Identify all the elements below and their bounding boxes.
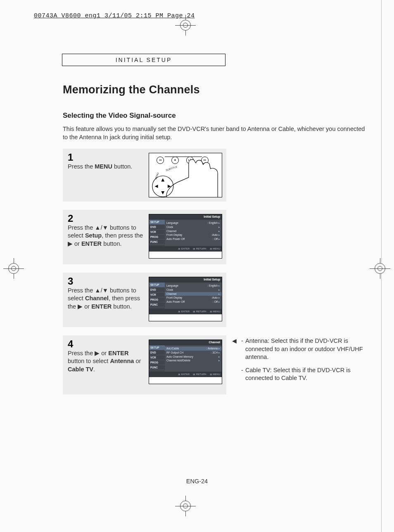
step-text-fragment: , then press the bbox=[102, 232, 143, 239]
osd-side-item: SETUP bbox=[149, 283, 165, 287]
chevron-right-icon: ▸ bbox=[218, 288, 220, 292]
step-1: 1 Press the MENU button. ◂◂ ■ ▸❙ ▸▸ SUBT… bbox=[63, 149, 226, 202]
remote-illustration: ◂◂ ■ ▸❙ ▸▸ SUBTITLE MENU bbox=[149, 153, 222, 197]
osd-label: Channel Add/Delete bbox=[166, 359, 190, 363]
osd-label: RF Output CH bbox=[166, 351, 183, 355]
osd-side-item: PROG bbox=[149, 297, 165, 302]
osd-label: Auto Power Off bbox=[166, 300, 185, 304]
step-text-fragment: . bbox=[93, 366, 95, 373]
osd-label: Clock bbox=[166, 288, 173, 292]
osd-label: Auto Channel Memory bbox=[166, 355, 193, 359]
osd-side-item: PROG bbox=[149, 235, 165, 240]
crop-mark-icon bbox=[175, 496, 196, 516]
osd-title: Initial Setup bbox=[149, 277, 222, 283]
osd-footer: ENTER RETURN MENU bbox=[149, 246, 222, 252]
step-text-fragment: Press the bbox=[68, 163, 95, 170]
osd-screenshot-setup: Initial Setup SETUP DVD VCR PROG FUNC La… bbox=[149, 214, 222, 259]
osd-title: Initial Setup bbox=[149, 214, 222, 220]
step-text-bold: Cable TV bbox=[68, 366, 93, 373]
step-text-fragment: button. bbox=[102, 240, 121, 247]
osd-label: Language bbox=[166, 284, 178, 288]
osd-label: Clock bbox=[166, 225, 173, 229]
osd-label: Front Display bbox=[166, 233, 182, 237]
step-text-fragment: or bbox=[83, 303, 91, 310]
osd-foot-item: ENTER bbox=[178, 373, 190, 377]
page-title: Memorizing the Channels bbox=[63, 83, 200, 96]
osd-body: Ant./Cable: Antenna ▸ RF Output CH: 3CH … bbox=[165, 345, 222, 372]
step-2: 2 Press the ▲/▼ buttons to select Setup,… bbox=[63, 210, 226, 264]
osd-foot-item: RETURN bbox=[193, 373, 206, 377]
step-1-text: 1 Press the MENU button. bbox=[68, 153, 145, 171]
osd-foot-item: MENU bbox=[210, 310, 220, 314]
chevron-right-icon: ▸ bbox=[218, 351, 220, 354]
dash: - bbox=[241, 366, 245, 382]
osd-foot-item: ENTER bbox=[178, 310, 190, 314]
crop-mark-icon bbox=[175, 15, 196, 36]
chevron-right-icon: ▸ bbox=[218, 359, 220, 363]
osd-body: Language: English ▸ Clock▸ Channel▸ Fron… bbox=[165, 220, 222, 246]
step-text-bold: ENTER bbox=[81, 240, 102, 247]
right-triangle-icon: ▶ bbox=[68, 240, 73, 247]
step-text-bold: MENU bbox=[95, 163, 112, 170]
osd-value: : Antenna bbox=[206, 347, 218, 350]
osd-side-item: DVD bbox=[149, 287, 165, 292]
osd-side-item: FUNC bbox=[149, 302, 165, 307]
chevron-right-icon: ▸ bbox=[218, 229, 220, 233]
step-text-fragment: button. bbox=[112, 303, 131, 310]
osd-screenshot-channel: Channel SETUP DVD VCR PROG FUNC Ant./Cab… bbox=[149, 340, 222, 384]
print-header: 00743A V8600_eng1 3/11/05 2:15 PM Page 2… bbox=[34, 12, 195, 19]
step-text-fragment: button to select bbox=[68, 358, 110, 364]
dash: - bbox=[241, 337, 245, 361]
intro-paragraph: This feature allows you to manually set … bbox=[63, 125, 368, 141]
osd-label: Channel bbox=[166, 229, 176, 233]
step-text-fragment: or bbox=[134, 358, 141, 364]
chevron-right-icon: ▸ bbox=[218, 296, 220, 299]
step-number: 1 bbox=[68, 153, 145, 162]
osd-title: Channel bbox=[149, 340, 222, 345]
osd-body: Language: English ▸ Clock▸ Channel▸ Fron… bbox=[165, 283, 222, 309]
osd-label: Language bbox=[166, 221, 178, 225]
osd-value: : Auto bbox=[211, 233, 218, 236]
chevron-right-icon: ▸ bbox=[218, 300, 220, 303]
osd-sidebar: SETUP DVD VCR PROG FUNC bbox=[149, 220, 165, 246]
step-text-fragment: or bbox=[73, 240, 81, 247]
step-4: 4 Press the ▶ or ENTER button to select … bbox=[63, 335, 226, 394]
osd-value: : Off bbox=[213, 300, 218, 303]
step-number: 3 bbox=[68, 277, 145, 286]
step-number: 2 bbox=[68, 214, 145, 223]
step-3: 3 Press the ▲/▼ buttons to select Channe… bbox=[63, 273, 226, 327]
osd-label: Front Display bbox=[166, 296, 182, 300]
chevron-right-icon: ▸ bbox=[218, 221, 220, 224]
step-number: 4 bbox=[68, 340, 145, 349]
chevron-right-icon: ▸ bbox=[218, 233, 220, 236]
section-subtitle: Selecting the Video Signal-source bbox=[63, 112, 176, 120]
osd-foot-item: RETURN bbox=[193, 247, 206, 252]
osd-label: Ant./Cable bbox=[166, 347, 179, 351]
osd-foot-item: ENTER bbox=[178, 247, 190, 252]
step-text-bold: Antenna bbox=[110, 358, 134, 364]
step-3-text: 3 Press the ▲/▼ buttons to select Channe… bbox=[68, 277, 145, 311]
crop-mark-icon bbox=[3, 258, 24, 279]
osd-footer: ENTER RETURN MENU bbox=[149, 309, 222, 314]
side-note: ◀ - Antenna: Select this if the DVD-VCR … bbox=[232, 337, 373, 387]
page-number: ENG-24 bbox=[0, 478, 394, 484]
osd-label: Auto Power Off bbox=[166, 237, 185, 241]
osd-side-item: PROG bbox=[149, 360, 165, 365]
osd-value: : Auto bbox=[211, 296, 218, 299]
print-header-text: 00743A V8600_eng1 3/11/05 2:15 PM Page 2… bbox=[34, 12, 195, 19]
osd-side-item: VCR bbox=[149, 355, 165, 360]
step-text-fragment: or bbox=[100, 350, 108, 356]
chevron-right-icon: ▸ bbox=[218, 238, 220, 240]
left-triangle-icon: ◀ bbox=[232, 337, 241, 361]
note-antenna: Antenna: Select this if the DVD-VCR is c… bbox=[245, 337, 373, 361]
osd-side-item: SETUP bbox=[149, 220, 165, 225]
osd-value: : English bbox=[207, 284, 218, 287]
osd-side-item: VCR bbox=[149, 292, 165, 297]
osd-side-item: DVD bbox=[149, 350, 165, 355]
osd-side-item: VCR bbox=[149, 230, 165, 235]
osd-foot-item: RETURN bbox=[193, 310, 206, 314]
osd-side-item: DVD bbox=[149, 225, 165, 230]
section-label-box: INITIAL SETUP bbox=[62, 54, 225, 66]
chevron-right-icon: ▸ bbox=[218, 355, 220, 359]
step-text-bold: ENTER bbox=[108, 350, 128, 356]
